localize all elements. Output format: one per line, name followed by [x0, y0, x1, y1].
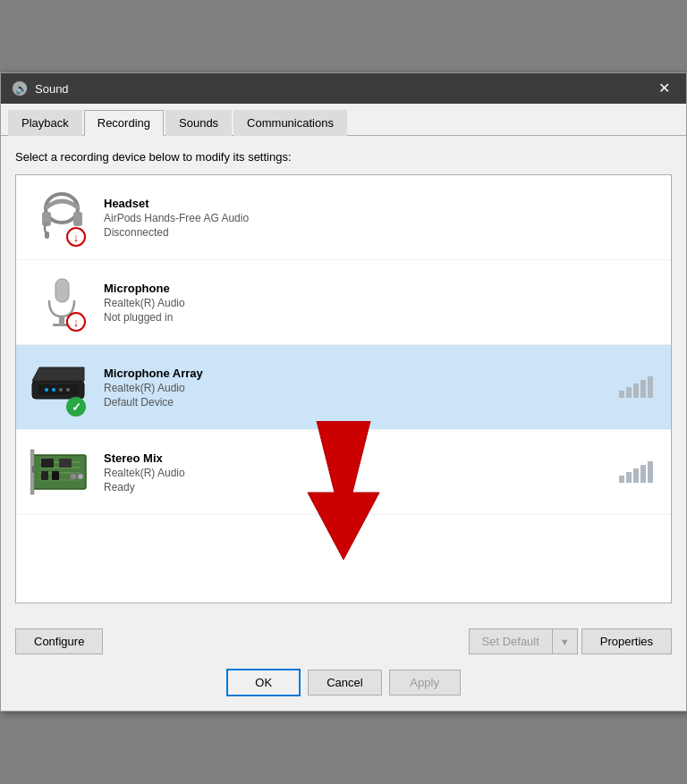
stereo-mix-info: Stereo Mix Realtek(R) Audio Ready [104, 451, 185, 493]
microphone-info: Microphone Realtek(R) Audio Not plugged … [104, 282, 185, 324]
title-bar: 🔊 Sound ✕ [1, 73, 686, 104]
svg-point-12 [52, 388, 55, 392]
cancel-button[interactable]: Cancel [308, 670, 381, 695]
sound-window: 🔊 Sound ✕ Playback Recording Sounds Comm… [0, 72, 687, 712]
device-item-mic-array[interactable]: ✓ Microphone Array Realtek(R) Audio Defa… [16, 345, 671, 430]
close-button[interactable]: ✕ [653, 80, 675, 97]
microphone-status-badge: ↓ [66, 312, 86, 332]
device-item-headset[interactable]: ↓ Headset AirPods Hands-Free AG Audio Di… [16, 175, 671, 260]
right-buttons: Set Default ▼ Properties [469, 628, 672, 654]
svg-rect-10 [38, 384, 79, 395]
headset-icon-wrap: ↓ [30, 186, 93, 249]
headset-info: Headset AirPods Hands-Free AG Audio Disc… [104, 197, 249, 239]
headset-name: Headset [104, 197, 249, 210]
mic-array-name: Microphone Array [104, 367, 203, 380]
mic-array-info: Microphone Array Realtek(R) Audio Defaul… [104, 367, 203, 409]
stereo-mix-sub2: Ready [104, 481, 185, 493]
main-content: Select a recording device below to modif… [1, 136, 686, 618]
svg-point-13 [59, 388, 63, 392]
mic-array-icon-wrap: ✓ [30, 356, 93, 418]
ok-button[interactable]: OK [226, 669, 301, 696]
svg-rect-21 [59, 459, 72, 468]
set-default-button[interactable]: Set Default [469, 628, 552, 654]
svg-point-24 [70, 473, 77, 480]
headset-sub2: Disconnected [104, 226, 249, 239]
svg-point-14 [66, 388, 70, 392]
stereo-mix-name: Stereo Mix [104, 451, 185, 465]
tab-bar: Playback Recording Sounds Communications [1, 104, 686, 136]
set-default-dropdown[interactable]: ▼ [552, 628, 578, 654]
headset-status-badge: ↓ [66, 227, 86, 247]
configure-button[interactable]: Configure [15, 628, 103, 654]
svg-rect-6 [55, 279, 69, 302]
svg-rect-23 [52, 471, 59, 480]
dialog-buttons: OK Cancel Apply [1, 662, 686, 711]
set-default-group: Set Default ▼ [469, 628, 578, 654]
mic-array-status-badge: ✓ [66, 397, 86, 417]
stereo-mix-sub1: Realtek(R) Audio [104, 467, 185, 479]
instruction-text: Select a recording device below to modif… [15, 150, 672, 164]
title-bar-left: 🔊 Sound [12, 80, 69, 97]
apply-button[interactable]: Apply [389, 670, 461, 695]
microphone-name: Microphone [104, 282, 185, 295]
svg-rect-20 [41, 459, 54, 468]
svg-text:🔊: 🔊 [15, 82, 28, 95]
tab-sounds[interactable]: Sounds [165, 110, 232, 136]
svg-rect-22 [41, 471, 48, 480]
microphone-icon-wrap: ↓ [30, 271, 93, 333]
device-item-microphone[interactable]: ↓ Microphone Realtek(R) Audio Not plugge… [16, 260, 671, 345]
speaker-icon: 🔊 [12, 80, 28, 97]
window-title: Sound [35, 82, 69, 96]
stereo-mix-icon-wrap [30, 441, 93, 503]
tab-communications[interactable]: Communications [233, 110, 347, 136]
headset-sub1: AirPods Hands-Free AG Audio [104, 212, 249, 224]
svg-rect-27 [32, 466, 34, 473]
device-list: ↓ Headset AirPods Hands-Free AG Audio Di… [15, 174, 672, 603]
svg-rect-5 [45, 232, 49, 239]
stereo-mix-icon [30, 448, 93, 497]
properties-button[interactable]: Properties [581, 628, 672, 654]
bottom-buttons-row1: Configure Set Default ▼ Properties [1, 618, 686, 662]
mic-array-sub1: Realtek(R) Audio [104, 382, 203, 394]
svg-point-11 [45, 388, 48, 392]
mic-array-sub2: Default Device [104, 396, 203, 409]
svg-rect-7 [59, 316, 64, 324]
microphone-sub2: Not plugged in [104, 311, 185, 324]
svg-rect-4 [73, 212, 82, 226]
tab-playback[interactable]: Playback [8, 110, 82, 136]
svg-point-25 [78, 474, 83, 479]
level-bars [619, 376, 653, 398]
tab-recording[interactable]: Recording [84, 110, 164, 136]
device-item-stereo-mix[interactable]: Stereo Mix Realtek(R) Audio Ready [16, 430, 671, 515]
microphone-sub1: Realtek(R) Audio [104, 297, 185, 309]
level-bars-stereo [619, 461, 653, 483]
